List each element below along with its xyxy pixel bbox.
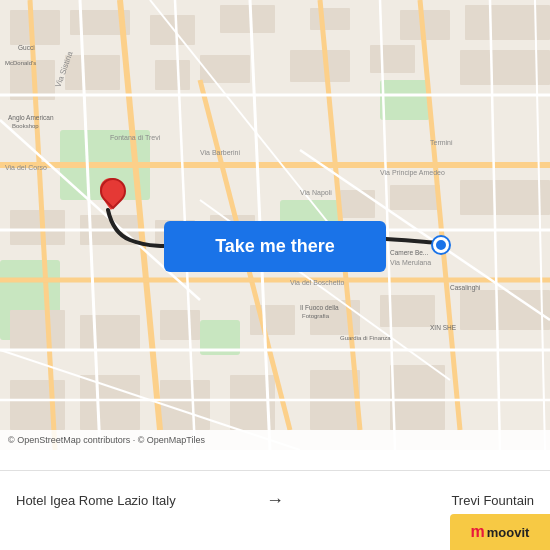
moovit-logo: m moovit — [450, 514, 550, 550]
svg-text:Bookshop: Bookshop — [12, 123, 39, 129]
take-me-there-button[interactable]: Take me there — [164, 221, 386, 272]
svg-rect-6 — [10, 10, 60, 45]
svg-text:Via Barberini: Via Barberini — [200, 149, 240, 156]
svg-rect-18 — [370, 45, 415, 73]
svg-rect-9 — [220, 5, 275, 33]
svg-rect-10 — [310, 8, 350, 30]
svg-text:Anglo American: Anglo American — [8, 114, 54, 122]
svg-rect-24 — [340, 190, 375, 218]
svg-rect-35 — [80, 375, 140, 430]
svg-text:Gucci: Gucci — [18, 44, 35, 51]
svg-text:Il Fuoco della: Il Fuoco della — [300, 304, 339, 311]
svg-rect-17 — [290, 50, 350, 82]
origin-label: Hotel Igea Rome Lazio Italy — [16, 493, 254, 508]
moovit-text: moovit — [487, 525, 530, 540]
svg-text:XIN SHE: XIN SHE — [430, 324, 457, 331]
svg-text:Via Merulana: Via Merulana — [390, 259, 431, 266]
svg-rect-25 — [390, 185, 440, 210]
svg-rect-12 — [465, 5, 550, 40]
svg-text:Camere Be...: Camere Be... — [390, 249, 428, 256]
destination-pin — [100, 178, 122, 206]
destination-label: Trevi Fountain — [296, 493, 534, 508]
bottom-bar: Hotel Igea Rome Lazio Italy → Trevi Foun… — [0, 450, 550, 550]
map-container: Via Sistina Via Barberini Via Napoli Via… — [0, 0, 550, 450]
arrow-icon: → — [266, 490, 284, 511]
svg-rect-28 — [80, 315, 140, 350]
svg-text:Guardia di Finanza: Guardia di Finanza — [340, 335, 391, 341]
svg-text:McDonald's: McDonald's — [5, 60, 36, 66]
svg-rect-34 — [10, 380, 65, 430]
svg-rect-32 — [380, 295, 435, 327]
map-attribution: © OpenStreetMap contributors · © OpenMap… — [0, 430, 550, 450]
svg-text:Via del Corso: Via del Corso — [5, 164, 47, 171]
svg-rect-15 — [155, 60, 190, 90]
svg-text:Via del Boschetto: Via del Boschetto — [290, 279, 344, 286]
svg-rect-16 — [200, 55, 250, 83]
svg-text:Via Principe Amedeo: Via Principe Amedeo — [380, 169, 445, 177]
origin-dot — [433, 237, 449, 253]
svg-rect-8 — [150, 15, 195, 45]
moovit-icon: m — [471, 523, 485, 541]
svg-text:Casalinghi: Casalinghi — [450, 284, 480, 292]
svg-point-82 — [106, 184, 116, 194]
svg-rect-27 — [10, 310, 65, 350]
attribution-text: © OpenStreetMap contributors · © OpenMap… — [8, 435, 205, 445]
svg-rect-26 — [460, 180, 550, 215]
svg-rect-3 — [380, 80, 430, 120]
svg-text:Termini: Termini — [430, 139, 453, 146]
svg-rect-39 — [390, 365, 445, 430]
svg-rect-14 — [65, 55, 120, 90]
svg-text:Fotografia: Fotografia — [302, 313, 330, 319]
svg-text:Via Napoli: Via Napoli — [300, 189, 332, 197]
svg-rect-20 — [10, 210, 65, 245]
svg-rect-29 — [160, 310, 200, 340]
svg-text:Fontana di Trevi: Fontana di Trevi — [110, 134, 161, 141]
